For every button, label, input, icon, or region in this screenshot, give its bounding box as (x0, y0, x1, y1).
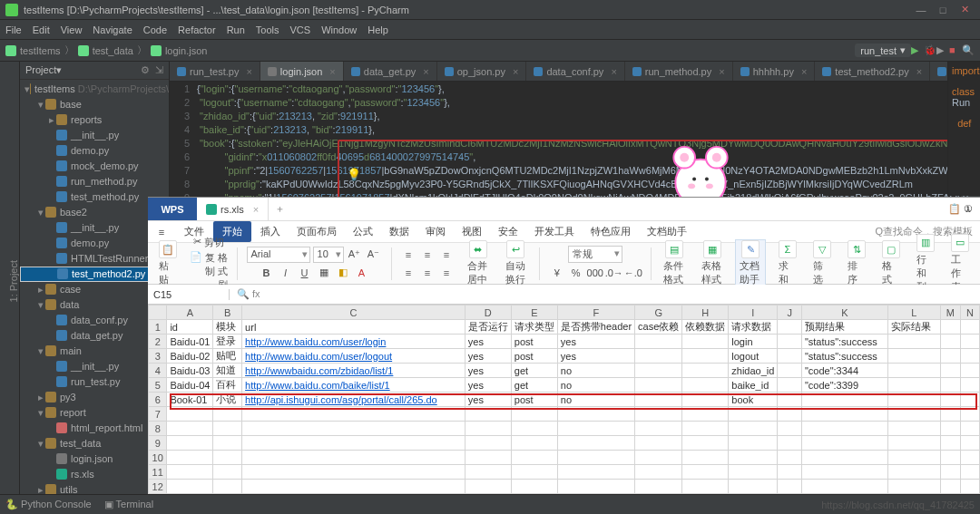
paste-icon[interactable]: 📋 (159, 240, 177, 258)
row-header[interactable]: 3 (149, 349, 167, 364)
merge-icon[interactable]: ⬌ (469, 240, 487, 258)
editor-tab[interactable]: data_get.py× (344, 62, 437, 81)
fx-icon[interactable]: 🔍 fx (230, 288, 268, 300)
url-link[interactable]: http://www.baidu.com/user/logout (245, 351, 392, 362)
tree-item[interactable]: ▾base (20, 97, 169, 112)
comma-icon[interactable]: 000 (587, 265, 603, 281)
bold-icon[interactable]: B (259, 265, 275, 281)
tree-item[interactable]: test_method.py (20, 189, 169, 205)
table-style-icon[interactable]: ▦ (703, 240, 721, 258)
editor-tab[interactable]: test_method2.py× (815, 62, 930, 81)
menu-tools[interactable]: Tools (256, 24, 279, 35)
row-header[interactable]: 5 (149, 378, 167, 393)
tool-project[interactable]: 1: Project (8, 260, 19, 302)
menu-view[interactable]: 视图 (455, 225, 489, 238)
name-box[interactable]: C15 (148, 289, 230, 300)
row-header[interactable]: 4 (149, 364, 167, 378)
cut-button[interactable]: 剪切 (204, 236, 224, 249)
editor-tab[interactable]: run_method.py× (625, 62, 733, 81)
col-header[interactable]: K (801, 305, 887, 320)
editor-tab[interactable]: op_json.py× (437, 62, 527, 81)
percent-icon[interactable]: % (568, 265, 584, 281)
tree-item[interactable]: ▾test_data (20, 436, 169, 451)
decrease-font-icon[interactable]: A⁻ (366, 247, 382, 263)
debug-icon[interactable]: 🐞 (924, 44, 936, 57)
menu-vcs[interactable]: VCS (290, 24, 311, 35)
menu-data[interactable]: 数据 (382, 225, 416, 238)
menu-formula[interactable]: 公式 (346, 225, 380, 238)
tree-item[interactable]: run_test.py (20, 374, 169, 390)
tree-item[interactable]: ▾report (20, 405, 169, 421)
align-right-icon[interactable]: ≡ (438, 265, 455, 281)
cond-format-icon[interactable]: ▤ (665, 240, 683, 258)
increase-font-icon[interactable]: A⁺ (347, 247, 363, 263)
col-header[interactable]: B (213, 305, 242, 320)
wps-file-tab[interactable]: rs.xls × (197, 198, 269, 220)
col-header[interactable]: N (960, 305, 979, 320)
wps-new-tab[interactable]: ＋ (269, 202, 290, 216)
col-header[interactable]: D (465, 305, 511, 320)
run-config-selector[interactable]: run_test ▾ (855, 44, 911, 57)
filter-icon[interactable]: ▽ (813, 240, 831, 258)
tree-item[interactable]: html_report.html (20, 421, 169, 436)
menu-layout[interactable]: 页面布局 (289, 225, 344, 238)
tree-item[interactable]: test_method2.py (20, 267, 169, 282)
wps-user-icon[interactable]: 📋 ① (941, 203, 980, 215)
coverage-icon[interactable]: ▶ (936, 44, 949, 57)
menu-security[interactable]: 安全 (491, 225, 525, 238)
breadcrumb-item[interactable]: login.json (165, 45, 207, 56)
tree-item[interactable]: ▾testItems D:\PycharmProjects\ (20, 82, 169, 97)
row-header[interactable]: 9 (149, 436, 167, 451)
row-header[interactable]: 8 (149, 422, 167, 436)
tree-item[interactable]: data_get.py (20, 328, 169, 344)
tree-item[interactable]: data_conf.py (20, 313, 169, 328)
col-header[interactable]: I (729, 305, 778, 320)
border-icon[interactable]: ▦ (316, 265, 332, 281)
align-bot-icon[interactable]: ≡ (438, 247, 455, 263)
format-icon[interactable]: ▢ (882, 240, 900, 258)
row-header[interactable]: 11 (149, 465, 167, 480)
tree-item[interactable]: HTMLTestRunner.py (20, 251, 169, 267)
align-top-icon[interactable]: ≡ (400, 247, 416, 263)
dec-inc-icon[interactable]: .0→ (606, 265, 622, 281)
menu-file[interactable]: File (5, 24, 22, 35)
search-icon[interactable]: 🔍 (962, 44, 975, 57)
tree-item[interactable]: ▾base2 (20, 205, 169, 220)
close-button[interactable]: ✕ (955, 2, 975, 18)
menu-help[interactable]: Help (368, 24, 388, 35)
tree-item[interactable]: ▸case (20, 282, 169, 297)
worksheet-icon[interactable]: ▭ (951, 234, 969, 252)
menu-dev[interactable]: 开发工具 (527, 225, 582, 238)
hamburger-icon[interactable]: ≡ (148, 227, 175, 238)
minimize-button[interactable]: — (911, 2, 931, 18)
editor-tab[interactable]: hhhhh.py× (733, 62, 816, 81)
font-color-icon[interactable]: A (354, 265, 370, 281)
project-tree[interactable]: ▾testItems D:\PycharmProjects\▾base▸repo… (20, 80, 169, 494)
wps-logo[interactable]: WPS (148, 198, 197, 220)
row-header[interactable]: 6 (149, 393, 167, 407)
currency-icon[interactable]: ¥ (549, 265, 565, 281)
menu-special[interactable]: 特色应用 (583, 225, 638, 238)
sort-icon[interactable]: ⇅ (848, 240, 866, 258)
col-header[interactable]: E (511, 305, 557, 320)
tree-item[interactable]: ▸reports (20, 112, 169, 128)
row-header[interactable]: 2 (149, 335, 167, 349)
row-header[interactable]: 10 (149, 451, 167, 465)
dec-dec-icon[interactable]: ←.0 (625, 265, 642, 281)
maximize-button[interactable]: □ (933, 2, 953, 18)
col-header[interactable]: A (167, 305, 213, 320)
row-header[interactable]: 12 (149, 480, 167, 494)
breadcrumb-item[interactable]: test_data (93, 45, 133, 56)
sum-icon[interactable]: Σ (779, 240, 797, 258)
col-header[interactable]: G (635, 305, 682, 320)
size-selector[interactable]: 10 (313, 247, 344, 263)
fill-color-icon[interactable]: ◧ (335, 265, 351, 281)
editor-tab[interactable]: data_conf.py× (526, 62, 624, 81)
tree-item[interactable]: run_method.py (20, 174, 169, 189)
col-header[interactable]: L (887, 305, 940, 320)
tree-item[interactable]: login.json (20, 451, 169, 467)
code-editor[interactable]: 💡 1{"login":{"username":"cdtaogang","pas… (170, 82, 960, 208)
font-selector[interactable]: Arial (247, 247, 310, 263)
menu-navigate[interactable]: Navigate (93, 24, 132, 35)
tree-item[interactable]: __init__.py (20, 220, 169, 236)
